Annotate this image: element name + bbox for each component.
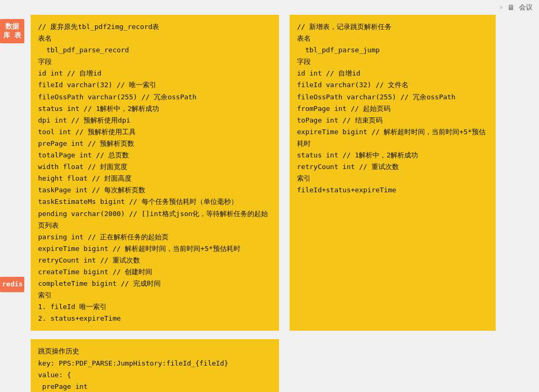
card-line: retryCount int // 重试次数 — [38, 255, 272, 266]
card-redis: 跳页操作历史key: PPS:PDF_PARSE:JumpHistory:fil… — [31, 339, 279, 392]
card-line: dpi int // 预解析使用dpi — [38, 115, 272, 126]
main-content: // 废弃原先tbl_pdf2img_record表表名 tbl_pdf_par… — [31, 15, 534, 387]
card-line: 索引 — [297, 173, 488, 184]
chevron-icon: › — [499, 4, 503, 11]
card-line: taskPage int // 每次解析页数 — [38, 184, 272, 196]
card-line: totalPage int // 总页数 — [38, 150, 272, 161]
card-line: 表名 — [38, 33, 272, 44]
card-line: id int // 自增id — [297, 68, 488, 79]
card-line: tbl_pdf_parse_record — [38, 44, 272, 56]
card-line: expireTime bigint // 解析超时时间，当前时间+5*预估耗时 — [297, 126, 488, 150]
card-line: expireTime bigint // 解析超时时间，当前时间+5*预估耗时 — [38, 243, 272, 255]
card-parse-record: // 废弃原先tbl_pdf2img_record表表名 tbl_pdf_par… — [31, 15, 279, 331]
card-line: fileId varchar(32) // 文件名 — [297, 79, 488, 91]
card-parse-jump: // 新增表，记录跳页解析任务表名 tbl_pdf_parse_jump字段id… — [290, 15, 496, 331]
card-line: parsing int // 正在解析任务的起始页 — [38, 231, 272, 243]
monitor-icon: 🖥 — [507, 3, 515, 12]
card-line: tbl_pdf_parse_jump — [297, 44, 488, 56]
card-line: 跳页操作历史 — [38, 346, 272, 357]
card-line: status int // 1解析中，2解析成功 — [38, 103, 272, 115]
card-line: height float // 封面高度 — [38, 173, 272, 184]
card-line: 索引 — [38, 290, 272, 301]
card-line: tool int // 预解析使用工具 — [38, 126, 272, 138]
card-line: fileId+status+expireTime — [297, 184, 488, 196]
card-line: pending varchar(2000) // []int格式json化，等待… — [38, 208, 272, 231]
top-cards-row: // 废弃原先tbl_pdf2img_record表表名 tbl_pdf_par… — [31, 15, 534, 331]
card-line: createTime bigint // 创建时间 — [38, 266, 272, 278]
card-line: width float // 封面宽度 — [38, 161, 272, 173]
card-line: id int // 自增id — [38, 68, 272, 79]
card-line: 字段 — [38, 56, 272, 68]
card-line: fileOssPath varchar(255) // 冗余ossPath — [297, 91, 488, 103]
card-line: toPage int // 结束页码 — [297, 115, 488, 126]
card-line: fileOssPath varchar(255) // 冗余ossPath — [38, 91, 272, 103]
db-label: 数据库 表 — [0, 19, 24, 43]
card-line: fileId varchar(32) // 唯一索引 — [38, 79, 272, 91]
card-line: // 新增表，记录跳页解析任务 — [297, 21, 488, 33]
card-line: 2. status+expireTime — [38, 313, 272, 324]
meeting-label: 会议 — [519, 3, 533, 12]
card-line: taskEstimateMs bigint // 每个任务预估耗时（单位毫秒） — [38, 196, 272, 208]
card-line: status int // 1解析中，2解析成功 — [297, 150, 488, 161]
top-bar: › 🖥 会议 — [499, 0, 539, 15]
card-line: 字段 — [297, 56, 488, 68]
card-line: retryCount int // 重试次数 — [297, 161, 488, 173]
sidebar-labels: 数据库 表 — [0, 19, 26, 43]
card-line: key: PPS:PDF_PARSE:JumpHistory:fileId_{f… — [38, 358, 272, 369]
card-line: prePage int — [38, 381, 272, 392]
card-line: prePage int // 预解析页数 — [38, 138, 272, 150]
card-line: fromPage int // 起始页码 — [297, 103, 488, 115]
card-line: value: { — [38, 369, 272, 381]
card-line: // 废弃原先tbl_pdf2img_record表 — [38, 21, 272, 33]
card-line: 表名 — [297, 33, 488, 44]
card-line: completeTime bigint // 完成时间 — [38, 278, 272, 290]
redis-label: redis — [0, 277, 24, 292]
card-line: 1. fileId 唯一索引 — [38, 301, 272, 313]
